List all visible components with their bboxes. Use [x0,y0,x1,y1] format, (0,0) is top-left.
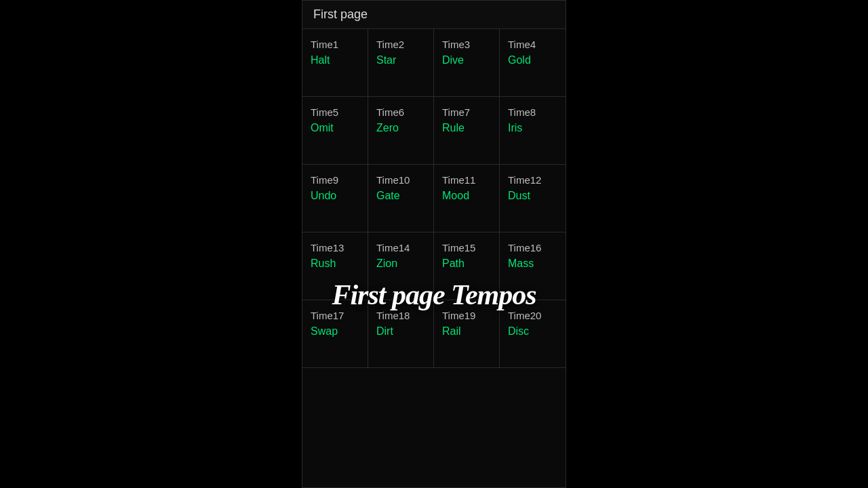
value-label: Undo [311,190,359,202]
table-row[interactable]: Time5Omit [302,97,368,165]
right-panel [566,0,824,488]
value-label: Dust [508,190,557,202]
table-row[interactable]: Time16Mass [500,232,566,300]
time-label: Time4 [508,39,557,50]
table-row[interactable]: Time6Zero [368,97,434,165]
time-label: Time20 [508,310,557,321]
value-label: Dive [442,54,491,66]
value-label: Star [376,54,425,66]
table-row[interactable]: Time1Halt [302,29,368,97]
value-label: Rail [442,325,491,338]
table-row[interactable]: Time3Dive [434,29,500,97]
table-row[interactable]: Time2Star [368,29,434,97]
time-label: Time2 [376,39,425,50]
time-label: Time9 [311,174,359,186]
time-label: Time19 [442,310,491,321]
time-label: Time8 [508,106,557,118]
value-label: Halt [311,54,359,66]
table-row[interactable]: Time10Gate [368,165,434,232]
value-label: Rush [311,258,359,270]
left-panel [44,0,302,488]
time-grid: Time1HaltTime2StarTime3DiveTime4GoldTime… [302,29,566,368]
value-label: Zero [376,122,425,134]
value-label: Iris [508,122,557,134]
table-row[interactable]: Time15Path [434,232,500,300]
time-label: Time1 [311,39,359,50]
time-label: Time16 [508,242,557,253]
table-row[interactable]: Time8Iris [500,97,566,165]
page-title: First page [302,1,566,29]
table-row[interactable]: Time12Dust [500,165,566,232]
table-row[interactable]: Time9Undo [302,165,368,232]
time-label: Time11 [442,174,491,186]
time-label: Time3 [442,39,491,50]
value-label: Gold [508,54,557,66]
table-row[interactable]: Time4Gold [500,29,566,97]
table-row[interactable]: Time7Rule [434,97,500,165]
time-label: Time17 [311,310,359,321]
value-label: Swap [311,325,359,338]
time-label: Time15 [442,242,491,253]
time-label: Time6 [376,106,425,118]
value-label: Disc [508,325,557,338]
table-row[interactable]: Time18Dirt [368,300,434,368]
time-label: Time14 [376,242,425,253]
table-row[interactable]: Time20Disc [500,300,566,368]
table-row[interactable]: Time19Rail [434,300,500,368]
value-label: Gate [376,190,425,202]
table-row[interactable]: Time13Rush [302,232,368,300]
main-content: First page Time1HaltTime2StarTime3DiveTi… [302,0,566,488]
value-label: Omit [311,122,359,134]
table-row[interactable]: Time11Mood [434,165,500,232]
value-label: Dirt [376,325,425,338]
time-label: Time12 [508,174,557,186]
value-label: Rule [442,122,491,134]
value-label: Mass [508,258,557,270]
time-label: Time13 [311,242,359,253]
value-label: Mood [442,190,491,202]
time-label: Time18 [376,310,425,321]
value-label: Path [442,258,491,270]
value-label: Zion [376,258,425,270]
time-label: Time5 [311,106,359,118]
time-label: Time7 [442,106,491,118]
table-row[interactable]: Time17Swap [302,300,368,368]
table-row[interactable]: Time14Zion [368,232,434,300]
time-label: Time10 [376,174,425,186]
